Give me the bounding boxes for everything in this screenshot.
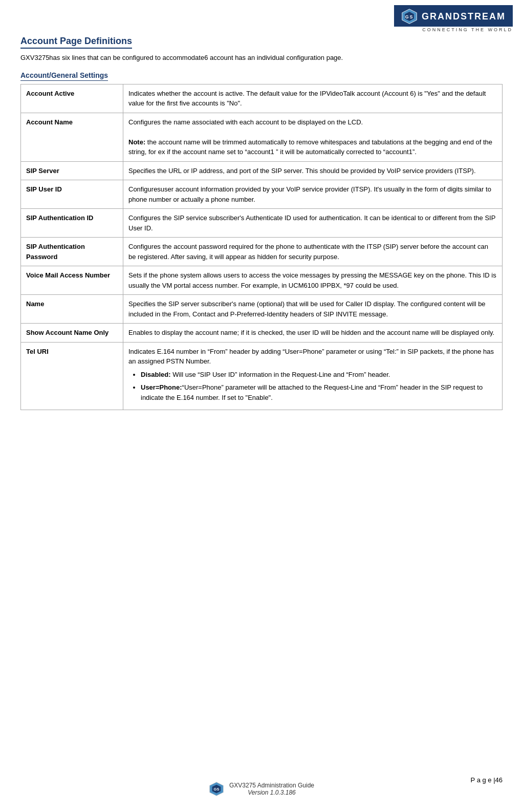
def-sip-auth-password: Configures the account password required…	[123, 238, 503, 266]
table-row: SIP User ID Configuresuser account infor…	[21, 180, 503, 209]
logo-text: GRANDSTREAM	[422, 11, 506, 22]
table-row: SIP Authentication ID Configures the SIP…	[21, 209, 503, 238]
def-show-account-name: Enables to display the account name; if …	[123, 324, 503, 343]
def-tel-uri: Indicates E.164 number in “From” header …	[123, 342, 503, 410]
def-account-active: Indicates whether the account is active.…	[123, 84, 503, 113]
term-name: Name	[21, 295, 123, 324]
definitions-table: Account Active Indicates whether the acc…	[20, 84, 503, 411]
logo-tagline: CONNECTING THE WORLD	[422, 27, 513, 32]
footer-app-name: GXV3275 Administration Guide	[229, 782, 314, 789]
intro-text: GXV3275has six lines that can be configu…	[20, 53, 503, 63]
def-sip-server: Specifies the URL or IP address, and por…	[123, 161, 503, 180]
table-row: Account Name Configures the name associa…	[21, 113, 503, 161]
term-account-active: Account Active	[21, 84, 123, 113]
table-row: Voice Mail Access Number Sets if the pho…	[21, 266, 503, 295]
logo-box: GS GRANDSTREAM	[394, 5, 513, 27]
svg-text:GS: GS	[405, 14, 413, 19]
def-name: Specifies the SIP server subscriber's na…	[123, 295, 503, 324]
term-sip-auth-id: SIP Authentication ID	[21, 209, 123, 238]
table-row: Tel URI Indicates E.164 number in “From”…	[21, 342, 503, 410]
def-sip-auth-id: Configures the SIP service subscriber's …	[123, 209, 503, 238]
grandstream-logo-icon: GS	[401, 8, 418, 25]
term-tel-uri: Tel URI	[21, 342, 123, 410]
term-sip-server: SIP Server	[21, 161, 123, 180]
footer: GS GXV3275 Administration Guide Version …	[0, 781, 523, 797]
def-voicemail: Sets if the phone system allows users to…	[123, 266, 503, 295]
def-sip-user-id: Configuresuser account information provi…	[123, 180, 503, 209]
term-show-account-name: Show Account Name Only	[21, 324, 123, 343]
footer-version: Version 1.0.3.186	[229, 789, 314, 796]
table-row: Account Active Indicates whether the acc…	[21, 84, 503, 113]
table-row: SIP Authentication Password Configures t…	[21, 238, 503, 266]
table-row: SIP Server Specifies the URL or IP addre…	[21, 161, 503, 180]
term-voicemail: Voice Mail Access Number	[21, 266, 123, 295]
logo-area: GS GRANDSTREAM CONNECTING THE WORLD	[394, 5, 513, 32]
term-sip-auth-password: SIP Authentication Password	[21, 238, 123, 266]
def-account-name: Configures the name associated with each…	[123, 113, 503, 161]
page-title: Account Page Definitions	[20, 36, 132, 49]
table-row: Name Specifies the SIP server subscriber…	[21, 295, 503, 324]
table-row: Show Account Name Only Enables to displa…	[21, 324, 503, 343]
footer-logo-icon: GS	[209, 781, 224, 797]
term-sip-user-id: SIP User ID	[21, 180, 123, 209]
section-title: Account/General Settings	[20, 71, 108, 81]
svg-text:GS: GS	[214, 787, 220, 792]
term-account-name: Account Name	[21, 113, 123, 161]
